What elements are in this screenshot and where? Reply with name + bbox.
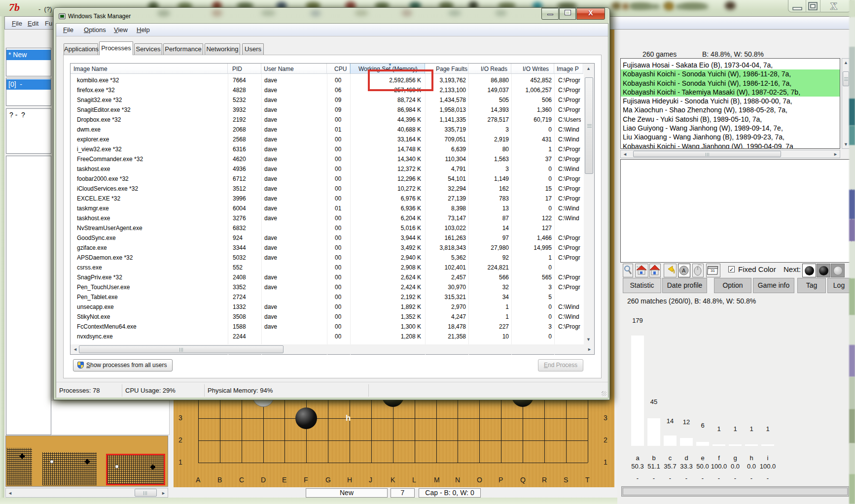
svg-text:A: A [682, 268, 686, 273]
svg-text:X: X [830, 1, 837, 11]
svg-text:x,y: x,y [637, 265, 641, 268]
svg-text:31: 31 [711, 269, 715, 273]
